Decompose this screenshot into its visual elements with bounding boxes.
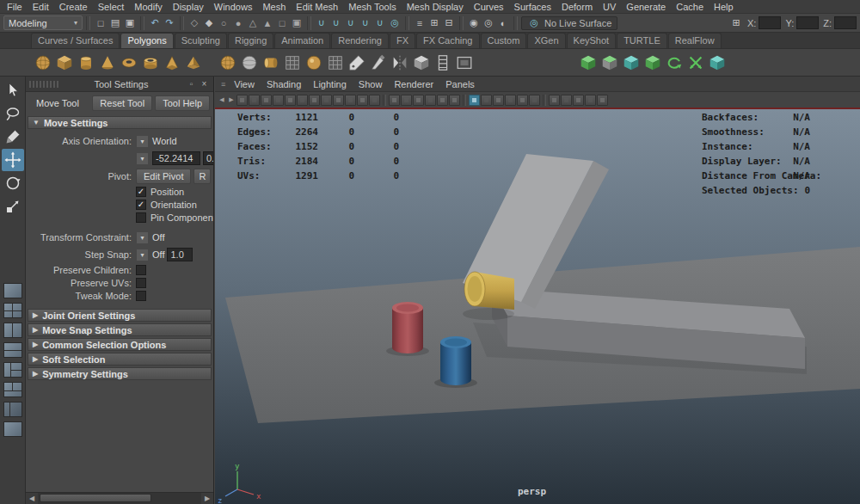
motion-blur-icon[interactable] xyxy=(517,95,528,106)
section-soft-selection[interactable]: ▶ Soft Selection xyxy=(28,353,212,366)
orientation-preset-dropdown[interactable]: ▾ xyxy=(136,152,149,165)
menu-create[interactable]: Create xyxy=(54,1,93,13)
y-coordinate-field[interactable] xyxy=(796,16,819,29)
preserve-children-checkbox[interactable] xyxy=(136,265,146,275)
select-object-button[interactable]: ◆ xyxy=(202,16,216,30)
menu-cache[interactable]: Cache xyxy=(671,1,709,13)
quad-draw-icon[interactable] xyxy=(347,52,367,74)
menu-generate[interactable]: Generate xyxy=(621,1,671,13)
poly-cone-icon[interactable] xyxy=(97,52,118,74)
editor-right-button[interactable]: ⊟ xyxy=(442,16,456,30)
layout-single-pane-button[interactable] xyxy=(3,283,22,298)
menu-select[interactable]: Select xyxy=(93,1,130,13)
shelf-tab-animation[interactable]: Animation xyxy=(274,33,330,48)
multisample-icon[interactable] xyxy=(529,95,540,106)
vp-menu-view[interactable]: View xyxy=(228,78,261,90)
transform-constraint-dropdown[interactable]: ▾ xyxy=(136,231,149,244)
menu-modify[interactable]: Modify xyxy=(129,1,167,13)
orientation-y-field[interactable] xyxy=(203,151,213,165)
file-open-button[interactable]: ▤ xyxy=(108,16,122,30)
section-move-snap-settings[interactable]: ▶ Move Snap Settings xyxy=(28,323,212,336)
panel-grip-icon[interactable] xyxy=(29,81,58,88)
make-live-button[interactable]: ◎ xyxy=(388,16,402,30)
super-ellipse-icon[interactable] xyxy=(304,52,324,74)
tool-settings-titlebar[interactable]: Tool Settings ▫ × xyxy=(26,77,213,92)
menu-windows[interactable]: Windows xyxy=(209,1,258,13)
shelf-tab-keyshot[interactable]: KeyShot xyxy=(567,33,617,48)
boolean-union-icon[interactable] xyxy=(578,52,599,74)
barrel-icon[interactable] xyxy=(261,52,281,74)
bookmark-icon[interactable] xyxy=(273,95,284,106)
use-all-lights-icon[interactable] xyxy=(481,95,492,106)
shadows-icon[interactable] xyxy=(493,95,504,106)
lock-camera-icon[interactable] xyxy=(249,95,260,106)
undo-button[interactable]: ↶ xyxy=(148,16,162,30)
pin-component-pivot-checkbox[interactable] xyxy=(136,212,146,223)
orientation-x-field[interactable] xyxy=(152,151,200,165)
iconbar-next-icon[interactable]: ▶ xyxy=(227,95,236,106)
red-cylinder-body[interactable] xyxy=(392,308,423,353)
lasso-tool-button[interactable] xyxy=(2,102,24,125)
snap-viewplane-button[interactable]: ∪ xyxy=(373,16,387,30)
reset-tool-button[interactable]: Reset Tool xyxy=(92,95,152,111)
reset-pivot-button[interactable]: R xyxy=(194,169,211,184)
menu-set-selector[interactable]: Modeling ▾ xyxy=(3,15,83,30)
history-toggle-button[interactable]: ≡ xyxy=(413,16,427,30)
ipr-render-button[interactable]: ◎ xyxy=(482,16,495,30)
vp-menu-panels[interactable]: Panels xyxy=(439,78,481,90)
file-save-button[interactable]: ▣ xyxy=(123,16,137,30)
boolean-intersect-icon[interactable] xyxy=(621,52,642,74)
multi-cut-icon[interactable] xyxy=(368,52,389,74)
circularize-icon[interactable] xyxy=(664,52,685,74)
poly-cube-icon[interactable] xyxy=(54,52,75,74)
shelf-tab-rigging[interactable]: Rigging xyxy=(228,33,273,48)
layout-outliner-persp-button[interactable] xyxy=(3,402,22,417)
snap-point-button[interactable]: ∪ xyxy=(344,16,358,30)
poly-sphere-icon[interactable] xyxy=(33,52,53,74)
xray-mode-icon[interactable] xyxy=(549,95,560,106)
redo-button[interactable]: ↷ xyxy=(163,16,176,30)
smooth-mesh-icon[interactable] xyxy=(218,52,238,74)
isolate-select-icon[interactable] xyxy=(573,95,584,106)
shaded-mode-icon[interactable] xyxy=(449,95,460,106)
orientation-checkbox[interactable]: ✓ xyxy=(136,200,146,210)
axis-orientation-dropdown[interactable]: ▾ xyxy=(136,135,149,148)
menu-mesh[interactable]: Mesh xyxy=(257,1,291,13)
resolution-gate-icon[interactable] xyxy=(345,95,356,106)
shelf-tab-fx[interactable]: FX xyxy=(390,33,415,48)
vp-menu-show[interactable]: Show xyxy=(353,78,389,90)
ambient-occlusion-icon[interactable] xyxy=(505,95,516,106)
paint-select-tool-button[interactable] xyxy=(2,126,24,148)
mask-hulls-button[interactable]: □ xyxy=(275,16,289,30)
mask-lines-button[interactable]: △ xyxy=(246,16,260,30)
iconbar-prev-icon[interactable]: ◀ xyxy=(218,95,226,106)
vp-menu-lighting[interactable]: Lighting xyxy=(307,78,353,90)
mask-points-button[interactable]: ● xyxy=(231,16,245,30)
layout-two-horizontal-button[interactable] xyxy=(3,342,22,358)
textured-mode-icon[interactable] xyxy=(469,95,480,106)
coordinate-mode-icon[interactable]: ⊞ xyxy=(729,16,743,30)
select-hierarchy-button[interactable]: ◇ xyxy=(187,16,201,30)
menu-mesh-tools[interactable]: Mesh Tools xyxy=(343,1,401,13)
preserve-uvs-checkbox[interactable] xyxy=(136,278,146,288)
gate-mask-icon[interactable] xyxy=(357,95,368,106)
tool-help-button[interactable]: Tool Help xyxy=(155,95,210,111)
snap-center-button[interactable]: ∪ xyxy=(359,16,372,30)
scroll-right-button[interactable]: ▶ xyxy=(201,493,213,504)
render-frame-button[interactable]: ◉ xyxy=(467,16,481,30)
safe-action-icon[interactable] xyxy=(389,95,400,106)
menu-edit[interactable]: Edit xyxy=(28,1,54,13)
tweak-mode-checkbox[interactable] xyxy=(136,291,146,301)
camera-select-icon[interactable] xyxy=(236,95,248,106)
film-gate-icon[interactable] xyxy=(333,95,344,106)
pan-zoom-icon[interactable] xyxy=(297,95,308,106)
symmetrize-icon[interactable] xyxy=(685,52,706,74)
poly-torus-icon[interactable] xyxy=(119,52,139,74)
layout-four-pane-button[interactable] xyxy=(3,303,22,318)
section-move-settings[interactable]: ▼ Move Settings xyxy=(28,116,212,129)
menu-display[interactable]: Display xyxy=(168,1,209,13)
mask-faces-button[interactable]: ▲ xyxy=(261,16,274,30)
menu-edit-mesh[interactable]: Edit Mesh xyxy=(291,1,343,13)
snap-curve-button[interactable]: ∪ xyxy=(329,16,343,30)
x-coordinate-field[interactable] xyxy=(759,16,781,29)
